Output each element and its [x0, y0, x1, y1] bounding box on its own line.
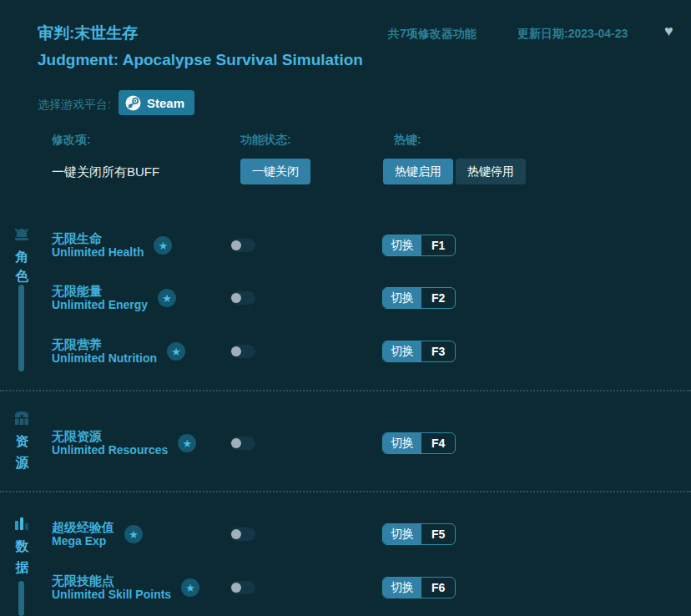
heart-icon[interactable]: ♥: [664, 23, 673, 40]
star-icon[interactable]: ★: [178, 434, 196, 452]
steam-button-label: Steam: [147, 96, 184, 110]
section-separator: [0, 491, 691, 492]
feature-row: 无限资源 Unlimited Resources ★ 切换 F4: [52, 423, 519, 463]
sidebar-group-data: 数据: [15, 536, 29, 578]
star-icon[interactable]: ★: [167, 342, 185, 361]
hotkey-key: F1: [421, 235, 455, 255]
hotkey-toggle-label: 切换: [383, 524, 421, 544]
close-all-buff-label: 一键关闭所有BUFF: [52, 164, 159, 180]
game-title-chinese: 审判:末世生存: [38, 23, 138, 44]
hotkey-toggle-label: 切换: [383, 235, 421, 255]
hotkey-disable-button[interactable]: 热键停用: [456, 159, 526, 184]
hotkey-key: F5: [421, 524, 455, 544]
feature-name: 超级经验值 Mega Exp: [52, 520, 114, 548]
toggle-knob: [231, 438, 241, 448]
feature-row: 无限技能点 Unlimited Skill Points ★ 切换 F6: [52, 568, 519, 608]
data-group-icon: [12, 513, 32, 537]
character-group-bar: [18, 285, 24, 371]
hotkey-key: F3: [421, 341, 455, 361]
platform-select-label: 选择游戏平台:: [38, 98, 111, 113]
hotkey-key: F4: [421, 433, 455, 453]
column-header-hotkey: 热键:: [394, 133, 421, 148]
feature-toggle[interactable]: [230, 345, 255, 358]
sidebar-group-resources: 资源: [15, 431, 29, 474]
feature-toggle[interactable]: [230, 291, 255, 305]
feature-toggle[interactable]: [230, 437, 255, 450]
star-icon[interactable]: ★: [124, 525, 143, 543]
close-all-button[interactable]: 一键关闭: [240, 159, 310, 184]
hotkey-toggle-label: 切换: [383, 433, 421, 453]
feature-row: 超级经验值 Mega Exp ★ 切换 F5: [52, 514, 519, 554]
toggle-knob: [231, 240, 241, 250]
hotkey-enable-button[interactable]: 热键启用: [383, 159, 453, 184]
hotkey-button[interactable]: 切换 F4: [382, 432, 456, 454]
character-group-icon: [12, 225, 32, 249]
feature-row: 无限营养 Unlimited Nutrition ★ 切换 F3: [52, 331, 519, 371]
hotkey-key: F2: [421, 288, 455, 308]
game-title-english: Judgment: Apocalypse Survival Simulation: [38, 51, 363, 69]
hotkey-button[interactable]: 切换 F5: [382, 523, 456, 545]
trainer-page: 审判:末世生存 共7项修改器功能 更新日期:2023-04-23 ♥ Judgm…: [0, 0, 691, 616]
hotkey-toggle-label: 切换: [383, 578, 421, 598]
star-icon[interactable]: ★: [154, 236, 172, 255]
feature-toggle[interactable]: [230, 528, 255, 541]
section-separator: [0, 390, 691, 391]
feature-toggle[interactable]: [230, 239, 255, 252]
sidebar-group-character: 角色: [15, 247, 29, 285]
feature-row: 无限生命 Unlimited Health ★ 切换 F1: [52, 225, 519, 265]
toggle-knob: [231, 293, 241, 303]
star-icon[interactable]: ★: [158, 289, 176, 307]
feature-name: 无限技能点 Unlimited Skill Points: [52, 573, 171, 602]
feature-row: 无限能量 Unlimited Energy ★ 切换 F2: [52, 278, 519, 318]
star-icon[interactable]: ★: [181, 578, 199, 597]
toggle-knob: [231, 529, 241, 539]
hotkey-toggle-label: 切换: [383, 288, 421, 308]
feature-count: 共7项修改器功能: [388, 27, 477, 42]
feature-name: 无限生命 Unlimited Health: [52, 231, 144, 260]
column-header-status: 功能状态:: [240, 133, 291, 148]
resources-group-icon: [12, 408, 32, 432]
feature-toggle[interactable]: [230, 581, 255, 594]
hotkey-button[interactable]: 切换 F6: [382, 577, 456, 598]
feature-name: 无限能量 Unlimited Energy: [52, 284, 148, 312]
data-group-bar: [18, 581, 24, 616]
steam-icon: [125, 95, 141, 111]
feature-name: 无限资源 Unlimited Resources: [52, 429, 168, 457]
hotkey-button[interactable]: 切换 F1: [382, 235, 456, 256]
toggle-knob: [231, 583, 241, 593]
update-date: 更新日期:2023-04-23: [517, 27, 628, 42]
steam-platform-button[interactable]: Steam: [119, 90, 194, 115]
toggle-knob: [231, 346, 241, 356]
hotkey-button[interactable]: 切换 F2: [382, 287, 456, 309]
hotkey-toggle-label: 切换: [383, 341, 421, 361]
column-header-item: 修改项:: [52, 133, 91, 148]
hotkey-button[interactable]: 切换 F3: [382, 341, 456, 362]
hotkey-key: F6: [421, 578, 455, 598]
feature-name: 无限营养 Unlimited Nutrition: [52, 337, 157, 366]
